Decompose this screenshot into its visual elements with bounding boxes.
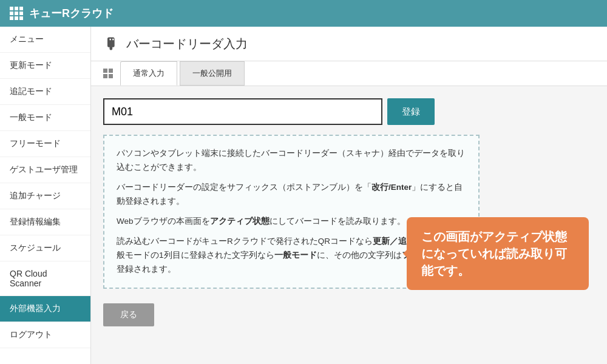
sidebar-item-free-mode[interactable]: フリーモード [0,131,90,157]
back-button[interactable]: 戻る [103,303,154,326]
content-area: 登録 パソコンやタブレット端末に接続したバーコードリーダー（スキャナ）経由でデー… [91,86,607,339]
grid-icon [10,7,23,20]
tab-public-input[interactable]: 一般公開用 [180,61,245,86]
tab-bar: 通常入力 一般公開用 [91,61,607,86]
sidebar-item-guest-user[interactable]: ゲストユーザ管理 [0,157,90,183]
sidebar-item-general-mode[interactable]: 一般モード [0,105,90,131]
sidebar-item-qr-cloud[interactable]: QR Cloud Scanner [0,261,90,296]
info-line-1: パソコンやタブレット端末に接続したバーコードリーダー（スキャナ）経由でデータを取… [117,147,466,175]
page-title: バーコードリーダ入力 [126,36,248,52]
register-button[interactable]: 登録 [387,98,435,125]
sidebar-item-menu[interactable]: メニュー [0,27,90,53]
tooltip-bubble: この画面がアクティブ状態になっていれば読み取り可能です。 [407,217,589,290]
sidebar-item-append-mode[interactable]: 追記モード [0,79,90,105]
app-header: キューRクラウド [0,0,607,27]
main-content: バーコードリーダ入力 通常入力 一般公開用 登録 パソコンやタブレット端末に接続… [91,27,607,364]
barcode-input[interactable] [103,98,382,125]
usb-icon [103,35,120,52]
sidebar-item-logout[interactable]: ログアウト [0,322,90,348]
sidebar: メニュー 更新モード 追記モード 一般モード フリーモード ゲストユーザ管理 追… [0,27,91,364]
input-row: 登録 [103,98,595,125]
sidebar-item-update-mode[interactable]: 更新モード [0,53,90,79]
sidebar-item-add-charge[interactable]: 追加チャージ [0,183,90,209]
info-line-2: バーコードリーダーの設定をサフィックス（ポストアンブル）を「改行/Enter」に… [117,181,466,209]
tab-grid-icon[interactable] [103,69,113,78]
sidebar-item-schedule[interactable]: スケジュール [0,235,90,261]
sidebar-item-external-input[interactable]: 外部機器入力 [0,296,90,322]
app-title: キューRクラウド [29,6,114,21]
page-header: バーコードリーダ入力 [91,27,607,61]
sidebar-item-edit-info[interactable]: 登録情報編集 [0,209,90,235]
main-layout: メニュー 更新モード 追記モード 一般モード フリーモード ゲストユーザ管理 追… [0,27,607,364]
tab-normal-input[interactable]: 通常入力 [120,61,177,86]
